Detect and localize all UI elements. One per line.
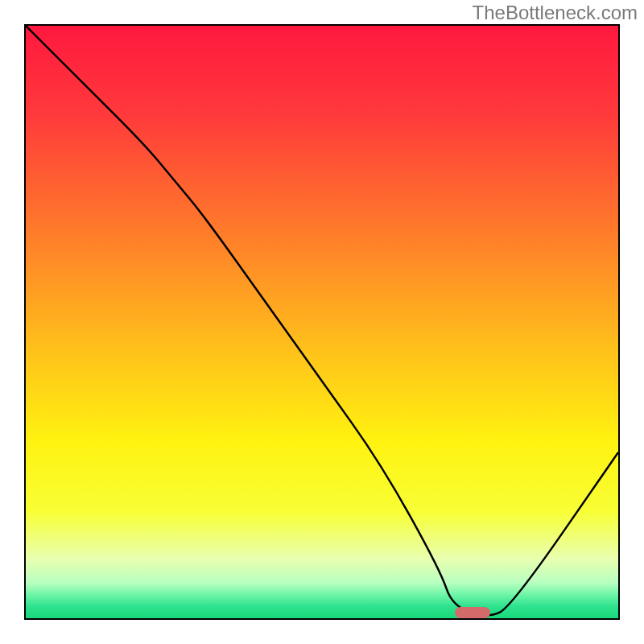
chart-plot-area xyxy=(24,24,620,620)
bottleneck-curve xyxy=(26,26,618,618)
watermark-text: TheBottleneck.com xyxy=(473,2,638,24)
optimal-marker xyxy=(455,607,490,618)
